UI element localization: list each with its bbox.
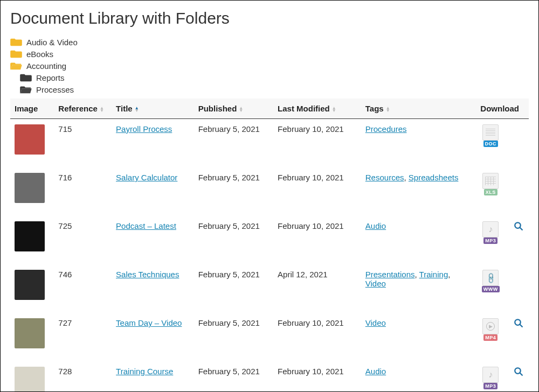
filetype-label: XLS [484, 189, 497, 195]
preview-icon[interactable] [514, 318, 523, 331]
cell-published: February 5, 2021 [194, 313, 273, 361]
row-thumbnail[interactable] [15, 270, 45, 300]
cell-reference: 716 [54, 167, 112, 216]
column-header-label: Download [480, 104, 519, 113]
filetype-mp4-icon[interactable]: ▶MP4 [480, 318, 501, 341]
folder-open-icon [20, 85, 32, 94]
folder-icon [20, 73, 32, 82]
cell-reference: 725 [54, 216, 112, 264]
column-header-label: Image [15, 104, 38, 113]
tag-link[interactable]: Audio [365, 367, 386, 376]
filetype-mp3-icon[interactable]: ♪MP3 [480, 367, 501, 389]
cell-published: February 5, 2021 [194, 167, 273, 216]
cell-tags: Presentations, Training, Video [361, 264, 476, 313]
cell-modified: February 10, 2021 [273, 119, 361, 168]
tag-link[interactable]: Procedures [365, 124, 407, 134]
preview-icon[interactable] [514, 221, 523, 234]
folder-label: Audio & Video [26, 38, 78, 47]
table-row: 715Payroll ProcessFebruary 5, 2021Februa… [10, 119, 529, 168]
filetype-label: MP3 [483, 237, 497, 244]
cell-modified: February 10, 2021 [273, 313, 361, 361]
folder-item[interactable]: Processes [10, 83, 529, 95]
title-link[interactable]: Salary Calculator [116, 173, 177, 182]
cell-published: February 5, 2021 [194, 119, 273, 168]
tag-link[interactable]: Training [419, 270, 448, 279]
filetype-doc-icon[interactable]: DOC [480, 124, 501, 147]
filetype-xls-icon[interactable]: XLS [480, 173, 501, 195]
documents-table: ImageReference▲▼Title▲▼Published▲▼Last M… [10, 99, 529, 392]
cell-tags: Resources, Spreadsheets [361, 167, 476, 216]
table-row: 727Team Day – VideoFebruary 5, 2021Febru… [10, 313, 529, 361]
svg-point-2 [515, 319, 521, 325]
row-thumbnail[interactable] [15, 221, 45, 251]
folder-item[interactable]: Accounting [10, 60, 529, 72]
preview-icon[interactable] [514, 367, 523, 379]
title-link[interactable]: Team Day – Video [116, 318, 182, 327]
filetype-mp3-icon[interactable]: ♪MP3 [480, 221, 501, 244]
tag-link[interactable]: Presentations [365, 270, 415, 279]
folder-label: Accounting [26, 61, 66, 71]
cell-published: February 5, 2021 [194, 216, 273, 264]
folder-tree: Audio & VideoeBooksAccountingReportsProc… [10, 36, 529, 95]
title-link[interactable]: Podcast – Latest [116, 221, 176, 230]
cell-tags: Video [361, 313, 476, 361]
filetype-label: DOC [483, 141, 499, 147]
column-header-label: Reference [58, 104, 98, 113]
column-header-label: Title [116, 104, 133, 113]
cell-modified: February 10, 2021 [273, 361, 361, 392]
cell-modified: April 12, 2021 [273, 264, 361, 313]
column-header-download: Download [476, 99, 529, 119]
folder-item[interactable]: eBooks [10, 48, 529, 60]
column-header-image: Image [10, 99, 54, 119]
title-link[interactable]: Sales Techniques [116, 270, 179, 279]
svg-point-4 [515, 368, 521, 374]
sort-icon: ▲▼ [332, 107, 336, 112]
tag-link[interactable]: Resources [365, 173, 404, 182]
folder-label: Processes [36, 85, 74, 94]
sort-icon: ▲▼ [386, 107, 390, 112]
tag-link[interactable]: Spreadsheets [409, 173, 459, 182]
folder-item[interactable]: Reports [10, 72, 529, 83]
folder-label: Reports [36, 73, 65, 82]
folder-icon [10, 49, 22, 59]
cell-reference: 727 [54, 313, 112, 361]
title-link[interactable]: Training Course [116, 367, 173, 376]
filetype-label: MP3 [483, 383, 497, 389]
svg-line-1 [520, 227, 523, 230]
cell-reference: 728 [54, 361, 112, 392]
row-thumbnail[interactable] [15, 318, 45, 348]
row-thumbnail[interactable] [15, 173, 45, 203]
folder-icon [10, 37, 22, 47]
column-header-label: Last Modified [278, 104, 330, 113]
row-thumbnail[interactable] [15, 124, 45, 155]
cell-tags: Audio [361, 361, 476, 392]
tag-link[interactable]: Video [365, 318, 386, 327]
row-thumbnail[interactable] [15, 367, 45, 392]
tag-link[interactable]: Audio [365, 221, 386, 230]
filetype-www-icon[interactable]: 🔗WWW [480, 270, 501, 292]
column-header-reference[interactable]: Reference▲▼ [54, 99, 112, 119]
cell-reference: 746 [54, 264, 112, 313]
page-title: Document Library with Folders [10, 9, 529, 27]
column-header-published[interactable]: Published▲▼ [194, 99, 273, 119]
folder-item[interactable]: Audio & Video [10, 36, 529, 48]
sort-icon: ▲▼ [239, 107, 243, 112]
column-header-tags[interactable]: Tags▲▼ [361, 99, 476, 119]
column-header-modified[interactable]: Last Modified▲▼ [273, 99, 361, 119]
table-row: 728Training CourseFebruary 5, 2021Februa… [10, 361, 529, 392]
folder-label: eBooks [26, 50, 53, 59]
svg-line-3 [520, 324, 523, 327]
sort-icon: ▲▼ [135, 107, 139, 112]
filetype-label: WWW [482, 286, 500, 292]
column-header-label: Published [198, 104, 237, 113]
svg-point-0 [515, 222, 521, 228]
cell-modified: February 10, 2021 [273, 167, 361, 216]
cell-reference: 715 [54, 119, 112, 168]
cell-modified: February 10, 2021 [273, 216, 361, 264]
cell-published: February 5, 2021 [194, 361, 273, 392]
tag-link[interactable]: Video [365, 279, 386, 288]
column-header-title[interactable]: Title▲▼ [112, 99, 194, 119]
column-header-label: Tags [365, 104, 384, 113]
title-link[interactable]: Payroll Process [116, 124, 172, 134]
filetype-label: MP4 [483, 334, 497, 341]
